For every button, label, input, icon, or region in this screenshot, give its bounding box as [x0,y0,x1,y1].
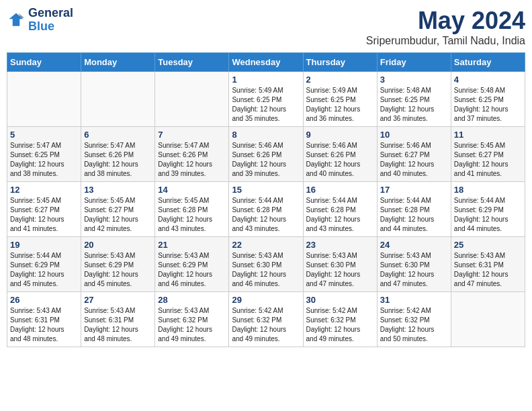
day-info: Sunrise: 5:44 AM Sunset: 6:29 PM Dayligh… [454,196,522,234]
day-number: 18 [454,185,522,195]
day-number: 27 [84,295,152,305]
logo-line2: Blue [28,20,73,34]
day-number: 13 [84,185,152,195]
day-info: Sunrise: 5:45 AM Sunset: 6:27 PM Dayligh… [10,196,78,234]
calendar-header: SundayMondayTuesdayWednesdayThursdayFrid… [7,53,525,72]
day-number: 25 [454,240,522,250]
day-info: Sunrise: 5:44 AM Sunset: 6:28 PM Dayligh… [232,196,300,234]
day-number: 23 [306,240,374,250]
calendar-week-2: 5Sunrise: 5:47 AM Sunset: 6:25 PM Daylig… [7,127,525,182]
day-number: 6 [84,130,152,140]
day-number: 1 [232,75,300,85]
day-info: Sunrise: 5:43 AM Sunset: 6:30 PM Dayligh… [380,251,448,289]
day-number: 28 [158,295,226,305]
calendar-cell: 12Sunrise: 5:45 AM Sunset: 6:27 PM Dayli… [7,182,81,237]
day-info: Sunrise: 5:46 AM Sunset: 6:26 PM Dayligh… [232,141,300,179]
day-info: Sunrise: 5:42 AM Sunset: 6:32 PM Dayligh… [232,306,300,344]
day-info: Sunrise: 5:44 AM Sunset: 6:28 PM Dayligh… [380,196,448,234]
day-info: Sunrise: 5:45 AM Sunset: 6:28 PM Dayligh… [158,196,226,234]
day-number: 9 [306,130,374,140]
logo: General Blue [7,7,73,34]
calendar-week-1: 1Sunrise: 5:49 AM Sunset: 6:25 PM Daylig… [7,72,525,127]
day-info: Sunrise: 5:42 AM Sunset: 6:32 PM Dayligh… [306,306,374,344]
calendar-cell: 10Sunrise: 5:46 AM Sunset: 6:27 PM Dayli… [377,127,451,182]
day-info: Sunrise: 5:44 AM Sunset: 6:29 PM Dayligh… [10,251,78,289]
calendar-cell: 15Sunrise: 5:44 AM Sunset: 6:28 PM Dayli… [229,182,303,237]
calendar-cell: 31Sunrise: 5:42 AM Sunset: 6:32 PM Dayli… [377,292,451,347]
day-number: 5 [10,130,78,140]
weekday-header-row: SundayMondayTuesdayWednesdayThursdayFrid… [7,53,525,72]
calendar-cell: 9Sunrise: 5:46 AM Sunset: 6:26 PM Daylig… [303,127,377,182]
calendar-cell: 27Sunrise: 5:43 AM Sunset: 6:31 PM Dayli… [81,292,155,347]
day-info: Sunrise: 5:48 AM Sunset: 6:25 PM Dayligh… [380,86,448,124]
calendar-cell: 30Sunrise: 5:42 AM Sunset: 6:32 PM Dayli… [303,292,377,347]
location-subtitle: Sriperumbudur, Tamil Nadu, India [366,35,525,47]
day-number: 16 [306,185,374,195]
day-number: 3 [380,75,448,85]
calendar-cell [155,72,229,127]
calendar-cell: 25Sunrise: 5:43 AM Sunset: 6:31 PM Dayli… [451,237,525,292]
day-number: 26 [10,295,78,305]
calendar-table: SundayMondayTuesdayWednesdayThursdayFrid… [7,52,525,347]
day-number: 20 [84,240,152,250]
logo-icon [7,11,26,30]
calendar-cell: 17Sunrise: 5:44 AM Sunset: 6:28 PM Dayli… [377,182,451,237]
logo-line1: General [28,7,73,20]
svg-marker-0 [9,13,24,26]
calendar-cell: 20Sunrise: 5:43 AM Sunset: 6:29 PM Dayli… [81,237,155,292]
calendar-body: 1Sunrise: 5:49 AM Sunset: 6:25 PM Daylig… [7,72,525,347]
weekday-header-monday: Monday [81,53,155,72]
day-number: 12 [10,185,78,195]
day-info: Sunrise: 5:43 AM Sunset: 6:31 PM Dayligh… [84,306,152,344]
calendar-cell [81,72,155,127]
day-info: Sunrise: 5:43 AM Sunset: 6:32 PM Dayligh… [158,306,226,344]
weekday-header-tuesday: Tuesday [155,53,229,72]
day-info: Sunrise: 5:43 AM Sunset: 6:29 PM Dayligh… [158,251,226,289]
weekday-header-friday: Friday [377,53,451,72]
day-number: 29 [232,295,300,305]
calendar-cell: 1Sunrise: 5:49 AM Sunset: 6:25 PM Daylig… [229,72,303,127]
day-number: 22 [232,240,300,250]
calendar-cell: 11Sunrise: 5:45 AM Sunset: 6:27 PM Dayli… [451,127,525,182]
day-info: Sunrise: 5:47 AM Sunset: 6:25 PM Dayligh… [10,141,78,179]
month-title: May 2024 [366,7,525,35]
calendar-cell: 26Sunrise: 5:43 AM Sunset: 6:31 PM Dayli… [7,292,81,347]
day-info: Sunrise: 5:42 AM Sunset: 6:32 PM Dayligh… [380,306,448,344]
day-info: Sunrise: 5:43 AM Sunset: 6:29 PM Dayligh… [84,251,152,289]
weekday-header-thursday: Thursday [303,53,377,72]
day-number: 14 [158,185,226,195]
calendar-cell [7,72,81,127]
day-number: 31 [380,295,448,305]
day-info: Sunrise: 5:43 AM Sunset: 6:30 PM Dayligh… [306,251,374,289]
title-block: May 2024 Sriperumbudur, Tamil Nadu, Indi… [366,7,525,47]
calendar-cell: 22Sunrise: 5:43 AM Sunset: 6:30 PM Dayli… [229,237,303,292]
day-info: Sunrise: 5:43 AM Sunset: 6:31 PM Dayligh… [10,306,78,344]
calendar-week-4: 19Sunrise: 5:44 AM Sunset: 6:29 PM Dayli… [7,237,525,292]
calendar-cell: 28Sunrise: 5:43 AM Sunset: 6:32 PM Dayli… [155,292,229,347]
day-number: 15 [232,185,300,195]
day-info: Sunrise: 5:49 AM Sunset: 6:25 PM Dayligh… [232,86,300,124]
weekday-header-wednesday: Wednesday [229,53,303,72]
day-info: Sunrise: 5:45 AM Sunset: 6:27 PM Dayligh… [84,196,152,234]
day-number: 21 [158,240,226,250]
calendar-cell: 18Sunrise: 5:44 AM Sunset: 6:29 PM Dayli… [451,182,525,237]
day-info: Sunrise: 5:43 AM Sunset: 6:30 PM Dayligh… [232,251,300,289]
calendar-cell: 4Sunrise: 5:48 AM Sunset: 6:25 PM Daylig… [451,72,525,127]
calendar-cell: 7Sunrise: 5:47 AM Sunset: 6:26 PM Daylig… [155,127,229,182]
weekday-header-sunday: Sunday [7,53,81,72]
calendar-cell [451,292,525,347]
day-info: Sunrise: 5:44 AM Sunset: 6:28 PM Dayligh… [306,196,374,234]
calendar-cell: 5Sunrise: 5:47 AM Sunset: 6:25 PM Daylig… [7,127,81,182]
day-info: Sunrise: 5:48 AM Sunset: 6:25 PM Dayligh… [454,86,522,124]
day-info: Sunrise: 5:49 AM Sunset: 6:25 PM Dayligh… [306,86,374,124]
day-number: 17 [380,185,448,195]
calendar-cell: 6Sunrise: 5:47 AM Sunset: 6:26 PM Daylig… [81,127,155,182]
calendar-cell: 2Sunrise: 5:49 AM Sunset: 6:25 PM Daylig… [303,72,377,127]
day-number: 24 [380,240,448,250]
calendar-cell: 21Sunrise: 5:43 AM Sunset: 6:29 PM Dayli… [155,237,229,292]
page-header: General Blue May 2024 Sriperumbudur, Tam… [7,7,525,47]
weekday-header-saturday: Saturday [451,53,525,72]
calendar-cell: 13Sunrise: 5:45 AM Sunset: 6:27 PM Dayli… [81,182,155,237]
day-info: Sunrise: 5:43 AM Sunset: 6:31 PM Dayligh… [454,251,522,289]
day-number: 2 [306,75,374,85]
